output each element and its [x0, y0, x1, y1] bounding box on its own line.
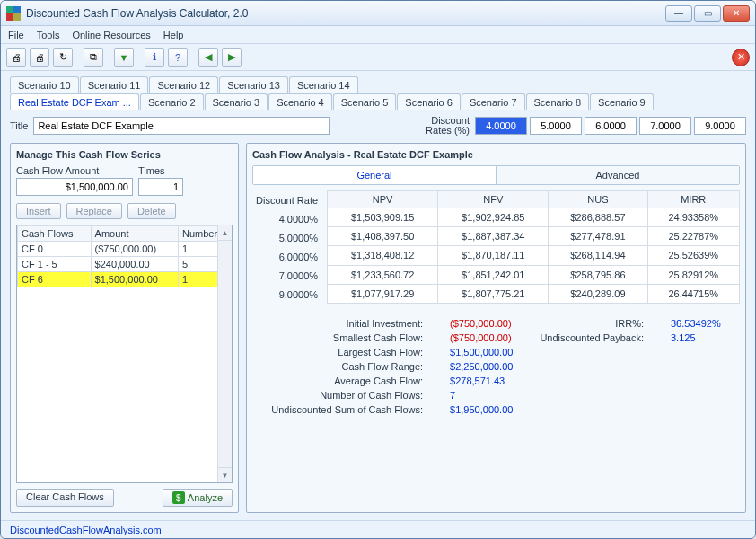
summary-label: Cash Flow Range: — [271, 361, 423, 372]
table-row[interactable]: CF 1 - 5$240,000.005 — [18, 257, 232, 272]
scenario-tab[interactable]: Real Estate DCF Exam ... — [10, 93, 139, 110]
summary-label: Number of Cash Flows: — [271, 390, 423, 401]
scenario-tabs-row-2: Real Estate DCF Exam ...Scenario 2Scenar… — [10, 93, 746, 110]
copy-icon[interactable]: ⧉ — [84, 48, 103, 67]
scenario-tab[interactable]: Scenario 11 — [80, 76, 149, 93]
table-row[interactable]: CF 0($750,000.00)1 — [18, 242, 232, 257]
summary-stats: Initial Investment:($750,000.00)IRR%:36.… — [252, 318, 740, 415]
analysis-subtabs: General Advanced — [252, 165, 740, 185]
rate-header: Discount Rate — [252, 190, 327, 209]
table-row: $1,077,917.29$1,807,775.21$240,289.0926.… — [328, 284, 740, 303]
cf-times-input[interactable] — [138, 178, 183, 196]
discount-rates-label: Discount Rates (%) — [426, 116, 470, 136]
scenario-tab[interactable]: Scenario 7 — [462, 93, 525, 110]
scenario-tab[interactable]: Scenario 3 — [205, 93, 268, 110]
discount-rate-inputs — [475, 117, 746, 135]
discount-rate-input[interactable] — [475, 117, 527, 135]
column-header[interactable]: Amount — [91, 226, 178, 242]
refresh-icon[interactable]: ↻ — [53, 48, 73, 67]
column-header: NPV — [328, 191, 438, 208]
down-arrow-icon[interactable]: ▼ — [114, 48, 134, 67]
table-row: $1,408,397.50$1,887,387.34$277,478.9125.… — [328, 227, 740, 246]
analyze-button[interactable]: Analyze — [163, 489, 233, 507]
scenario-tab[interactable]: Scenario 4 — [268, 93, 332, 110]
scrollbar[interactable] — [217, 225, 232, 482]
close-button[interactable]: ✕ — [723, 5, 750, 22]
window-title: Discounted Cash Flow Analysis Calculator… — [26, 7, 665, 20]
table-row: $1,503,909.15$1,902,924.85$286,888.5724.… — [328, 208, 740, 227]
analysis-panel: Cash Flow Analysis - Real Estate DCF Exa… — [246, 143, 746, 513]
analysis-panel-title: Cash Flow Analysis - Real Estate DCF Exa… — [252, 149, 740, 160]
title-input[interactable] — [33, 117, 330, 135]
table-row[interactable]: CF 6$1,500,000.001 — [18, 272, 232, 287]
title-label: Title — [10, 120, 28, 131]
scenario-tab[interactable]: Scenario 14 — [289, 76, 358, 93]
forward-icon[interactable]: ▶ — [222, 48, 242, 67]
help-icon[interactable]: ? — [168, 48, 188, 67]
cf-amount-input[interactable] — [16, 178, 133, 196]
cf-amount-label: Cash Flow Amount — [16, 165, 133, 176]
menu-file[interactable]: File — [8, 30, 24, 40]
manage-panel: Manage This Cash Flow Series Cash Flow A… — [10, 143, 239, 513]
info-icon[interactable]: ℹ — [145, 48, 164, 67]
insert-button[interactable]: Insert — [16, 203, 61, 219]
column-header: NFV — [438, 191, 549, 208]
discount-rate-column: Discount Rate4.0000%5.0000%6.0000%7.0000… — [252, 190, 327, 304]
summary-value: 7 — [450, 390, 513, 401]
toolbar: 🖨 🖨 ↻ ⧉ ▼ ℹ ? ◀ ▶ ✕ — [1, 44, 755, 71]
summary-label: Largest Cash Flow: — [271, 347, 423, 358]
summary-value: 3.125 — [671, 332, 721, 343]
discount-rate-input[interactable] — [585, 117, 637, 135]
delete-button[interactable]: Delete — [127, 203, 176, 219]
rate-label: 4.0000% — [252, 209, 327, 228]
summary-value: ($750,000.00) — [450, 318, 513, 329]
summary-value: ($750,000.00) — [450, 332, 513, 343]
back-icon[interactable]: ◀ — [198, 48, 218, 67]
scenario-tab[interactable]: Scenario 10 — [10, 76, 79, 93]
subtab-general[interactable]: General — [253, 166, 497, 184]
replace-button[interactable]: Replace — [66, 203, 122, 219]
table-row: $1,233,560.72$1,851,242.01$258,795.8625.… — [328, 265, 740, 284]
summary-label: Undiscounted Payback: — [540, 332, 644, 343]
discount-rate-input[interactable] — [694, 117, 746, 135]
scenario-tab[interactable]: Scenario 12 — [149, 76, 218, 93]
scenario-tab[interactable]: Scenario 13 — [219, 76, 288, 93]
menubar: File Tools Online Resources Help — [1, 26, 755, 44]
scenario-tabs-row-1: Scenario 10Scenario 11Scenario 12Scenari… — [10, 76, 746, 93]
rate-label: 7.0000% — [252, 266, 327, 285]
app-window: Discounted Cash Flow Analysis Calculator… — [0, 0, 756, 539]
scenario-tab[interactable]: Scenario 8 — [526, 93, 590, 110]
scenario-tab[interactable]: Scenario 5 — [333, 93, 397, 110]
menu-help[interactable]: Help — [163, 30, 184, 40]
menu-tools[interactable]: Tools — [37, 30, 60, 40]
scenario-tab[interactable]: Scenario 2 — [140, 93, 204, 110]
cash-flow-table[interactable]: Cash FlowsAmountNumberCF 0($750,000.00)1… — [16, 225, 233, 483]
scenario-tab[interactable]: Scenario 9 — [590, 93, 654, 110]
scenario-tab[interactable]: Scenario 6 — [397, 93, 461, 110]
manage-panel-title: Manage This Cash Flow Series — [16, 149, 233, 160]
app-icon — [6, 6, 21, 21]
clear-cash-flows-button[interactable]: Clear Cash Flows — [16, 489, 114, 507]
rate-label: 6.0000% — [252, 247, 327, 266]
summary-value: $278,571.43 — [450, 376, 513, 386]
minimize-button[interactable]: — — [665, 5, 692, 22]
menu-online-resources[interactable]: Online Resources — [72, 30, 150, 40]
summary-value: 36.53492% — [671, 318, 721, 329]
print-preview-icon[interactable]: 🖨 — [30, 48, 49, 67]
title-row: Title Discount Rates (%) — [10, 116, 746, 136]
print-icon[interactable]: 🖨 — [6, 48, 26, 67]
summary-value: $1,950,000.00 — [450, 404, 513, 415]
discount-rate-input[interactable] — [639, 117, 691, 135]
titlebar: Discounted Cash Flow Analysis Calculator… — [1, 1, 755, 26]
discount-rate-input[interactable] — [530, 117, 582, 135]
summary-label: Average Cash Flow: — [271, 376, 423, 386]
footer-link[interactable]: DiscountedCashFlowAnalysis.com — [10, 525, 162, 535]
column-header[interactable]: Cash Flows — [18, 226, 92, 242]
window-controls: — ▭ ✕ — [665, 5, 750, 22]
exit-icon[interactable]: ✕ — [732, 49, 750, 66]
main-panels: Manage This Cash Flow Series Cash Flow A… — [10, 143, 746, 513]
maximize-button[interactable]: ▭ — [694, 5, 721, 22]
subtab-advanced[interactable]: Advanced — [497, 166, 739, 184]
rate-label: 5.0000% — [252, 228, 327, 247]
footer: DiscountedCashFlowAnalysis.com — [1, 520, 755, 538]
